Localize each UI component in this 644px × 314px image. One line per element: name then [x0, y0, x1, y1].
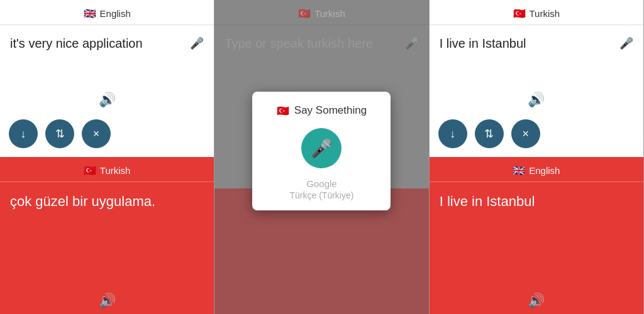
- panel-1-bottom-lang-header[interactable]: 🇹🇷 Turkish: [0, 157, 214, 182]
- modal-mic-icon: 🎤: [311, 138, 333, 159]
- panel-3-input-area: I live in Istanbul 🎤: [430, 25, 643, 87]
- modal-google-label: Google: [306, 178, 336, 189]
- panel-3-speaker-bottom[interactable]: 🔊: [430, 288, 643, 314]
- panel-3-top: 🇹🇷 Turkish I live in Istanbul 🎤 🔊 ↓ ⇅ ×: [430, 0, 643, 157]
- panel-3-top-flag: 🇹🇷: [513, 8, 526, 19]
- panel-1-btn-swap[interactable]: ⇅: [45, 119, 74, 148]
- panel-3-bottom-flag: 🇬🇧: [513, 165, 525, 176]
- say-something-modal: 🇹🇷 Say Something 🎤 Google Türkçe (Türkiy…: [252, 92, 391, 210]
- panel-3-btn-close[interactable]: ×: [511, 119, 540, 148]
- panel-3-bottom: 🇬🇧 English I live in Istanbul 🔊: [430, 157, 643, 314]
- panel-1-btn-down[interactable]: ↓: [9, 119, 38, 148]
- modal-title-text: Say Something: [294, 104, 367, 117]
- panel-3-bottom-lang-header[interactable]: 🇬🇧 English: [430, 157, 643, 182]
- panel-1-bottom-lang-label: Turkish: [100, 165, 131, 176]
- panel-3-output-area: I live in Istanbul: [430, 182, 643, 288]
- panel-3-output-text: I live in Istanbul: [440, 193, 535, 210]
- panel-1-input-area: it's very nice application 🎤: [0, 25, 214, 87]
- panel-1-mic-icon[interactable]: 🎤: [190, 36, 204, 50]
- panel-3-btn-swap[interactable]: ⇅: [475, 119, 504, 148]
- panel-3-speaker-top[interactable]: 🔊: [430, 87, 643, 113]
- panel-2-placeholder: Type or speak turkish here: [225, 36, 373, 51]
- panel-1-btn-close[interactable]: ×: [82, 119, 111, 148]
- modal-mic-button[interactable]: 🎤: [301, 128, 341, 168]
- panel-1-controls: ↓ ⇅ ×: [0, 113, 214, 157]
- panel-1-input-text: it's very nice application: [10, 36, 143, 51]
- panel-1-top-lang-header[interactable]: 🇬🇧 English: [0, 0, 214, 25]
- panel-1-bottom: 🇹🇷 Turkish çok güzel bir uygulama. 🔊: [0, 157, 214, 314]
- panel-3-mic-icon[interactable]: 🎤: [619, 36, 633, 50]
- panel-2-mic-icon: 🎤: [405, 36, 419, 50]
- panel-2: 🇹🇷 Turkish Type or speak turkish here 🎤 …: [214, 0, 429, 314]
- panel-2-top-lang-header: 🇹🇷 Turkish: [214, 0, 428, 25]
- panel-3-input-text: I live in Istanbul: [440, 36, 526, 51]
- panel-3-btn-down[interactable]: ↓: [438, 119, 467, 148]
- modal-locale: Türkçe (Türkiye): [290, 190, 354, 200]
- modal-title-row: 🇹🇷 Say Something: [277, 104, 367, 117]
- panel-1-bottom-flag: 🇹🇷: [84, 165, 96, 176]
- modal-flag: 🇹🇷: [277, 105, 289, 117]
- panel-3-top-lang-label: Turkish: [530, 8, 560, 19]
- panel-3: 🇹🇷 Turkish I live in Istanbul 🎤 🔊 ↓ ⇅ × …: [430, 0, 644, 314]
- panel-2-top-lang-label: Turkish: [314, 8, 345, 19]
- panel-1-speaker-bottom[interactable]: 🔊: [0, 288, 214, 314]
- panel-3-top-lang-header[interactable]: 🇹🇷 Turkish: [430, 0, 643, 25]
- panel-1-output-area: çok güzel bir uygulama.: [0, 182, 214, 288]
- panel-3-controls: ↓ ⇅ ×: [430, 113, 643, 157]
- panel-3-bottom-lang-label: English: [529, 165, 560, 176]
- panel-2-input-area: Type or speak turkish here 🎤: [214, 25, 428, 56]
- panel-1: 🇬🇧 English it's very nice application 🎤 …: [0, 0, 214, 314]
- panel-1-output-text: çok güzel bir uygulama.: [10, 193, 155, 210]
- panel-1-speaker-top[interactable]: 🔊: [0, 87, 214, 113]
- panel-1-top: 🇬🇧 English it's very nice application 🎤 …: [0, 0, 214, 157]
- panel-1-top-lang-label: English: [100, 8, 131, 19]
- panel-1-top-flag: 🇬🇧: [84, 8, 96, 19]
- panel-2-top-flag: 🇹🇷: [298, 8, 311, 19]
